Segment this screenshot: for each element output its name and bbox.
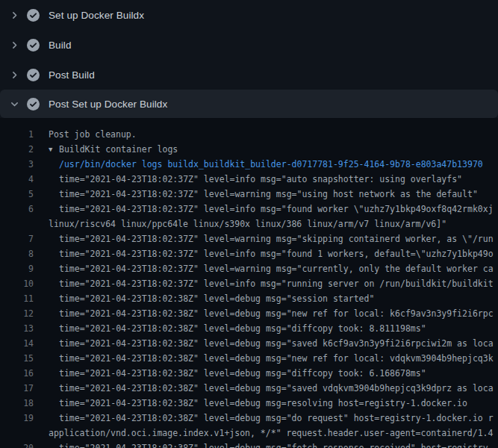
log-line-number[interactable]: 17 (0, 381, 34, 396)
log-text: time="2021-04-23T18:02:38Z" level=debug … (49, 411, 494, 426)
log-text: time="2021-04-23T18:02:37Z" level=warnin… (49, 231, 494, 246)
log-line-number[interactable]: 20 (0, 441, 34, 448)
job-steps-list: Set up Docker BuildxBuildPost BuildPost … (0, 0, 498, 118)
log-line: 10time="2021-04-23T18:02:37Z" level=info… (0, 276, 498, 291)
log-line: 4time="2021-04-23T18:02:37Z" level=info … (0, 172, 498, 187)
log-text: time="2021-04-23T18:02:38Z" level=debug … (49, 306, 494, 321)
log-line: 3/usr/bin/docker logs buildx_buildkit_bu… (0, 157, 498, 172)
log-line-number[interactable]: 12 (0, 306, 34, 321)
log-text: application/vnd.oci.image.index.v1+json,… (49, 426, 493, 441)
step-section-post-set-up-docker-buildx[interactable]: Post Set up Docker Buildx (0, 90, 498, 118)
log-text: time="2021-04-23T18:02:38Z" level=debug … (49, 336, 494, 351)
chevron-right-icon (9, 9, 19, 21)
log-line: 18time="2021-04-23T18:02:38Z" level=debu… (0, 396, 498, 411)
log-line: 17time="2021-04-23T18:02:38Z" level=debu… (0, 381, 498, 396)
log-line: 1Post job cleanup. (0, 127, 498, 142)
log-line-number[interactable]: 6 (0, 202, 34, 217)
step-section-label: Post Set up Docker Buildx (49, 99, 167, 110)
log-line-number[interactable]: 13 (0, 321, 34, 336)
log-line-number[interactable]: 16 (0, 366, 34, 381)
log-line-number[interactable]: 15 (0, 351, 34, 366)
log-line-number[interactable]: 5 (0, 187, 34, 202)
log-line-number[interactable]: 14 (0, 336, 34, 351)
log-line: 12time="2021-04-23T18:02:38Z" level=debu… (0, 306, 498, 321)
log-text: time="2021-04-23T18:02:38Z" level=debug … (49, 441, 494, 448)
log-console: 1Post job cleanup.2▼BuildKit container l… (0, 118, 498, 448)
chevron-down-icon (9, 98, 19, 110)
log-line-number[interactable]: 3 (0, 157, 34, 172)
chevron-right-icon (9, 39, 19, 51)
log-text: time="2021-04-23T18:02:38Z" level=debug … (49, 366, 426, 381)
log-line-number[interactable]: 1 (0, 127, 34, 142)
log-text: time="2021-04-23T18:02:37Z" level=warnin… (49, 187, 478, 202)
log-line: 9time="2021-04-23T18:02:37Z" level=warni… (0, 261, 498, 276)
step-section-build[interactable]: Build (0, 30, 498, 60)
log-text: time="2021-04-23T18:02:37Z" level=info m… (49, 172, 462, 187)
log-line-number[interactable]: 7 (0, 231, 34, 246)
log-line-number (0, 217, 34, 231)
log-text: time="2021-04-23T18:02:37Z" level=info m… (49, 202, 494, 217)
log-text: time="2021-04-23T18:02:38Z" level=debug … (49, 381, 494, 396)
log-text: Post job cleanup. (49, 127, 137, 142)
log-line-number (0, 426, 34, 441)
step-section-label: Build (49, 40, 72, 51)
log-text: time="2021-04-23T18:02:37Z" level=warnin… (49, 261, 494, 276)
step-section-post-build[interactable]: Post Build (0, 60, 498, 90)
log-line-number[interactable]: 19 (0, 411, 34, 426)
log-line: 14time="2021-04-23T18:02:38Z" level=debu… (0, 336, 498, 351)
step-section-set-up-docker-buildx[interactable]: Set up Docker Buildx (0, 0, 498, 30)
log-line: linux/riscv64 linux/ppc64le linux/s390x … (0, 217, 498, 231)
log-line: 13time="2021-04-23T18:02:38Z" level=debu… (0, 321, 498, 336)
log-text: time="2021-04-23T18:02:38Z" level=debug … (49, 291, 374, 306)
log-line-number[interactable]: 2 (0, 142, 34, 157)
step-section-label: Set up Docker Buildx (49, 10, 144, 21)
log-line: 16time="2021-04-23T18:02:38Z" level=debu… (0, 366, 498, 381)
log-line: 20time="2021-04-23T18:02:38Z" level=debu… (0, 441, 498, 448)
log-text: time="2021-04-23T18:02:38Z" level=debug … (49, 321, 426, 336)
workflow-log-viewer: Set up Docker BuildxBuildPost BuildPost … (0, 0, 498, 448)
chevron-right-icon (9, 69, 19, 81)
check-circle-icon (27, 9, 40, 22)
check-circle-icon (27, 98, 40, 111)
log-text: time="2021-04-23T18:02:37Z" level=info m… (49, 276, 494, 291)
log-line: 19time="2021-04-23T18:02:38Z" level=debu… (0, 411, 498, 426)
log-text: time="2021-04-23T18:02:38Z" level=debug … (49, 396, 467, 411)
log-line-number[interactable]: 11 (0, 291, 34, 306)
log-line: 6time="2021-04-23T18:02:37Z" level=info … (0, 202, 498, 217)
log-line-number[interactable]: 8 (0, 246, 34, 261)
log-line-number[interactable]: 4 (0, 172, 34, 187)
check-circle-icon (27, 39, 40, 52)
log-line: 5time="2021-04-23T18:02:37Z" level=warni… (0, 187, 498, 202)
log-text: time="2021-04-23T18:02:38Z" level=debug … (49, 351, 494, 366)
log-line-number[interactable]: 9 (0, 261, 34, 276)
log-group-expander-icon[interactable]: ▼ (49, 142, 59, 157)
log-line-number[interactable]: 18 (0, 396, 34, 411)
log-line: 8time="2021-04-23T18:02:37Z" level=info … (0, 246, 498, 261)
log-line: 15time="2021-04-23T18:02:38Z" level=debu… (0, 351, 498, 366)
log-line: 2▼BuildKit container logs (0, 142, 498, 157)
log-text: linux/riscv64 linux/ppc64le linux/s390x … (49, 217, 446, 231)
step-section-label: Post Build (49, 69, 95, 81)
log-line: 7time="2021-04-23T18:02:37Z" level=warni… (0, 231, 498, 246)
log-line: application/vnd.oci.image.index.v1+json,… (0, 426, 498, 441)
log-line-number[interactable]: 10 (0, 276, 34, 291)
check-circle-icon (27, 69, 40, 81)
log-command-text: /usr/bin/docker logs buildx_buildkit_bui… (49, 157, 483, 172)
log-line: 11time="2021-04-23T18:02:38Z" level=debu… (0, 291, 498, 306)
log-text: time="2021-04-23T18:02:37Z" level=info m… (49, 246, 494, 261)
log-text: BuildKit container logs (59, 142, 178, 157)
